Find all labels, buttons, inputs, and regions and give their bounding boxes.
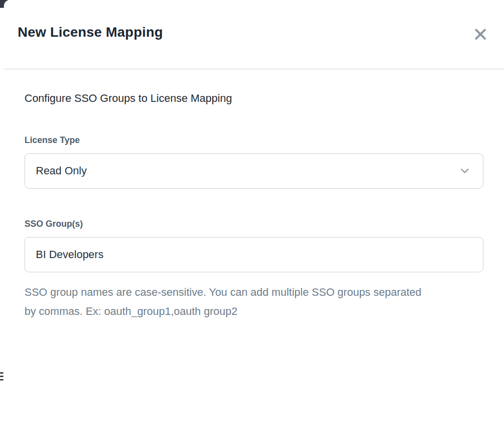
close-icon — [474, 27, 487, 41]
modal-subtitle: Configure SSO Groups to License Mapping — [25, 92, 483, 105]
modal-title: New License Mapping — [18, 24, 163, 40]
background-menu-icon — [0, 372, 3, 382]
license-type-label: License Type — [25, 135, 483, 145]
sso-groups-input[interactable] — [25, 237, 483, 272]
close-button[interactable] — [472, 25, 489, 43]
license-type-selected-value: Read Only — [36, 165, 87, 177]
modal-body: Configure SSO Groups to License Mapping … — [4, 70, 504, 321]
license-type-select[interactable]: Read Only — [25, 153, 483, 189]
chevron-down-icon — [458, 165, 471, 177]
new-license-mapping-modal: New License Mapping Configure SSO Groups… — [4, 0, 504, 429]
sso-groups-label: SSO Group(s) — [25, 219, 483, 229]
modal-header: New License Mapping — [4, 0, 504, 70]
sso-groups-help-text: SSO group names are case-sensitive. You … — [25, 283, 431, 321]
